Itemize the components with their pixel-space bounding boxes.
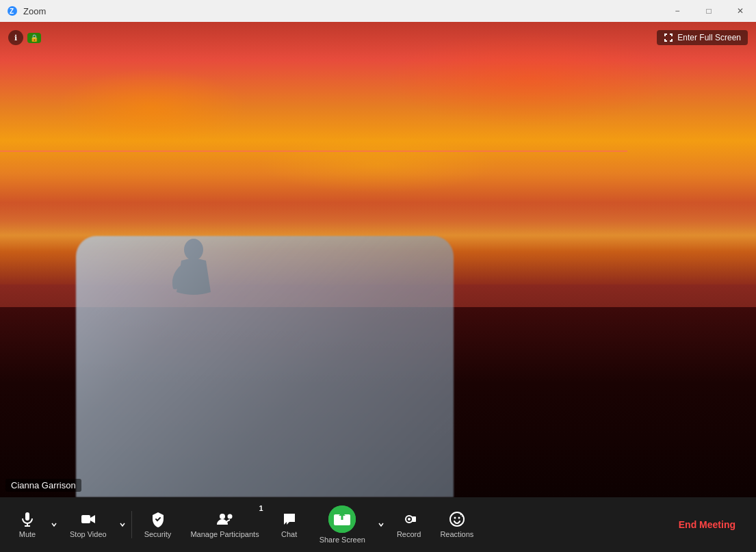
titlebar: Z Zoom − □ ✕	[0, 0, 756, 22]
participants-button[interactable]: 1 Manage Participants	[181, 497, 268, 552]
mute-label: Mute	[19, 530, 36, 538]
svg-point-19	[458, 517, 460, 519]
mute-chevron[interactable]	[48, 497, 60, 552]
microphone-icon	[19, 511, 36, 527]
toolbar: Mute Stop Video Security	[0, 497, 756, 552]
shield-icon	[150, 511, 166, 527]
separator-1	[131, 511, 132, 538]
maximize-button[interactable]: □	[693, 0, 725, 22]
reactions-label: Reactions	[440, 530, 473, 538]
stop-video-button[interactable]: Stop Video	[60, 497, 116, 552]
lock-icon: 🔒	[27, 33, 41, 43]
svg-text:Z: Z	[10, 8, 14, 15]
svg-point-18	[454, 517, 456, 519]
info-badges: ℹ 🔒	[8, 30, 41, 45]
stop-video-label: Stop Video	[70, 530, 107, 538]
video-chevron[interactable]	[116, 497, 129, 552]
svg-marker-10	[284, 522, 287, 525]
share-screen-label: Share Screen	[320, 536, 365, 544]
share-screen-icon	[328, 505, 356, 533]
window-controls: − □ ✕	[662, 0, 756, 22]
close-button[interactable]: ✕	[725, 0, 756, 22]
record-label: Record	[397, 530, 421, 538]
security-label: Security	[144, 530, 172, 538]
chat-label: Chat	[281, 530, 297, 538]
svg-point-8	[227, 514, 232, 519]
share-chevron[interactable]	[375, 497, 387, 552]
scan-artifact	[0, 150, 627, 152]
participant-name-label: Cianna Garrison	[5, 479, 81, 492]
minimize-button[interactable]: −	[662, 0, 693, 22]
video-icon	[80, 511, 96, 527]
phone-overlay	[76, 236, 454, 497]
participants-label: Manage Participants	[190, 530, 259, 538]
share-screen-button[interactable]: Share Screen	[310, 497, 375, 552]
video-area: ℹ 🔒 Enter Full Screen Cianna Garrison	[0, 22, 756, 497]
fullscreen-label: Enter Full Screen	[677, 33, 741, 42]
svg-rect-6	[81, 515, 90, 523]
mute-button[interactable]: Mute	[7, 497, 48, 552]
svg-rect-3	[25, 512, 29, 521]
reactions-icon	[449, 511, 465, 527]
reactions-button[interactable]: Reactions	[430, 497, 483, 552]
end-meeting-button[interactable]: End Meeting	[665, 497, 749, 552]
svg-point-15	[408, 518, 410, 521]
info-icon[interactable]: ℹ	[8, 30, 23, 45]
app-icon: Z	[5, 4, 19, 18]
participants-count: 1	[259, 504, 263, 512]
svg-point-7	[220, 514, 225, 519]
fullscreen-button[interactable]: Enter Full Screen	[657, 30, 748, 45]
svg-rect-9	[284, 514, 295, 522]
svg-rect-16	[412, 516, 416, 522]
chat-button[interactable]: Chat	[269, 497, 310, 552]
app-title: Zoom	[23, 6, 662, 16]
record-icon	[401, 511, 417, 527]
security-button[interactable]: Security	[135, 497, 181, 552]
chat-icon	[281, 511, 298, 527]
participants-icon	[216, 511, 235, 527]
record-button[interactable]: Record	[387, 497, 430, 552]
